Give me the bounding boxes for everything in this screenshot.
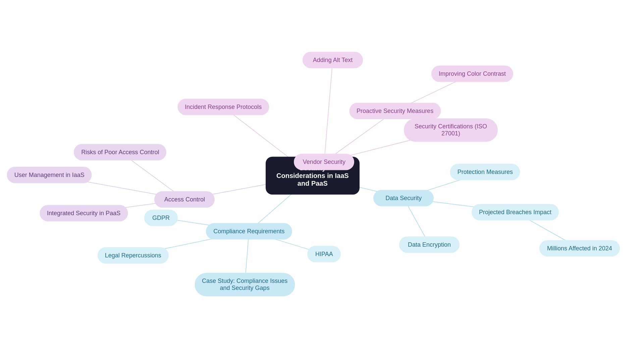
- node-incident_response[interactable]: Incident Response Protocols: [177, 99, 269, 115]
- node-gdpr[interactable]: GDPR: [144, 209, 178, 226]
- node-legal_repercussions[interactable]: Legal Repercussions: [98, 247, 169, 263]
- node-improving_color[interactable]: Improving Color Contrast: [431, 66, 513, 82]
- node-hipaa[interactable]: HIPAA: [307, 246, 341, 262]
- node-user_mgmt[interactable]: User Management in IaaS: [7, 167, 92, 183]
- node-access_control[interactable]: Access Control: [154, 191, 215, 208]
- node-millions_affected[interactable]: Millions Affected in 2024: [539, 240, 620, 257]
- node-case_study[interactable]: Case Study: Compliance Issuesand Securit…: [195, 273, 295, 296]
- node-data_encryption[interactable]: Data Encryption: [399, 236, 460, 253]
- node-data_security[interactable]: Data Security: [373, 190, 434, 206]
- node-integrated_security[interactable]: Integrated Security in PaaS: [40, 205, 128, 222]
- node-security_certs[interactable]: Security Certifications (ISO27001): [404, 118, 498, 142]
- svg-line-7: [324, 60, 333, 162]
- node-adding_alt[interactable]: Adding Alt Text: [303, 52, 363, 68]
- node-projected_breaches[interactable]: Projected Breaches Impact: [472, 204, 559, 220]
- node-proactive_security[interactable]: Proactive Security Measures: [349, 103, 441, 119]
- node-protection_measures[interactable]: Protection Measures: [450, 164, 520, 180]
- mindmap-container: Security Considerations in IaaSand PaaSA…: [0, 0, 644, 363]
- node-vendor_security[interactable]: Vendor Security: [294, 154, 354, 170]
- node-compliance[interactable]: Compliance Requirements: [206, 223, 292, 239]
- node-risks_poor_access[interactable]: Risks of Poor Access Control: [74, 144, 166, 160]
